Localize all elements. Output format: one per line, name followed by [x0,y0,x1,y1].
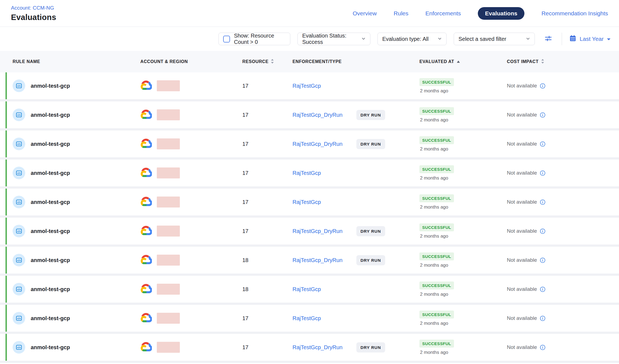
svg-text:</>: </> [17,288,21,291]
info-icon[interactable] [540,112,546,118]
evaluated-time: 2 months ago [420,117,448,123]
saved-filter-dropdown[interactable]: Select a saved filter [454,33,535,45]
account-breadcrumb-link[interactable]: Account: CCM-NG [11,5,56,11]
gcp-logo-icon [140,139,152,149]
column-header-resource[interactable]: RESOURCE [242,59,293,65]
redacted-account-id [157,197,180,207]
nav-item-recommendation-insights[interactable]: Recommendation Insights [541,10,608,17]
cost-impact-cell: Not available [507,344,619,350]
filter-settings-button[interactable] [542,33,555,45]
evaluated-time: 2 months ago [420,350,448,355]
column-header-enforcement-type: ENFORCEMENT/TYPE [293,59,419,64]
redacted-account-id [157,342,180,353]
info-icon[interactable] [540,286,546,292]
resource-count: 17 [242,344,293,351]
enforcement-link[interactable]: RajTestGcp [293,170,321,176]
table-row[interactable]: </> anmol-test-gcp 17 RajTest [0,160,619,186]
enforcement-link[interactable]: RajTestGcp [293,315,321,322]
rule-name: anmol-test-gcp [31,170,70,176]
info-icon[interactable] [540,315,546,321]
rule-name: anmol-test-gcp [31,228,70,234]
table-row[interactable]: </> anmol-test-gcp 17 RajTest [0,101,619,128]
resource-count: 18 [242,286,293,292]
info-icon[interactable] [540,199,546,205]
redacted-account-id [157,138,180,149]
row-divider [0,303,619,305]
evaluated-time: 2 months ago [420,88,448,94]
info-icon[interactable] [540,170,546,176]
table-row[interactable]: </> anmol-test-gcp 17 RajTest [0,72,619,99]
nav-item-enforcements[interactable]: Enforcements [425,10,461,17]
redacted-account-id [157,109,180,120]
table-row[interactable]: </> anmol-test-gcp 17 RajTest [0,130,619,157]
evaluation-status-dropdown[interactable]: Evaluation Status: Success [297,33,370,45]
evaluated-at-cell: SUCCESSFUL 2 months ago [419,223,507,239]
info-icon[interactable] [540,141,546,147]
enforcement-link[interactable]: RajTestGcp [293,286,321,292]
status-badge: SUCCESSFUL [419,165,454,173]
table-row[interactable]: </> anmol-test-gcp 17 RajTest [0,218,619,244]
evaluation-type-dropdown[interactable]: Evaluation type: All [377,33,447,45]
title-block: Account: CCM-NG Evaluations [11,5,56,22]
sort-asc-icon[interactable] [457,59,460,64]
enforcement-link[interactable]: RajTestGcp_DryRun [293,344,342,351]
redacted-account-id [157,226,180,237]
evaluated-time: 2 months ago [420,204,448,210]
resource-count-checkbox[interactable] [223,36,230,42]
nav-item-rules[interactable]: Rules [394,10,408,17]
evaluated-time: 2 months ago [420,146,448,152]
enforcement-link[interactable]: RajTestGcp [293,83,321,89]
status-badge: SUCCESSFUL [419,311,454,318]
info-icon[interactable] [540,83,546,89]
column-header-account-region: ACCOUNT & REGION [140,59,242,64]
nav-item-evaluations[interactable]: Evaluations [478,7,524,20]
status-badge: SUCCESSFUL [419,107,454,115]
column-header-cost-impact[interactable]: COST IMPACT [507,59,619,65]
enforcement-link[interactable]: RajTestGcp_DryRun [293,141,342,147]
svg-text:</>: </> [17,317,21,320]
show-resource-count-filter[interactable]: Show: Resource Count > 0 [218,33,290,45]
rule-icon: </> [13,167,25,179]
nav-item-overview[interactable]: Overview [353,10,377,17]
gcp-logo-icon [140,284,152,294]
info-icon[interactable] [540,345,546,350]
enforcement-link[interactable]: RajTestGcp_DryRun [293,228,342,234]
info-icon[interactable] [540,228,546,234]
status-badge: SUCCESSFUL [419,340,454,348]
evaluated-at-cell: SUCCESSFUL 2 months ago [419,252,507,268]
date-range-picker[interactable]: Last Year [569,35,611,43]
evaluation-type-value: Evaluation type: All [382,36,428,42]
gcp-logo-icon [140,313,152,323]
table-row[interactable]: </> anmol-test-gcp 17 RajTest [0,334,619,361]
column-header-evaluated-at[interactable]: EVALUATED AT [419,59,507,64]
filter-bar: Show: Resource Count > 0 Evaluation Stat… [0,27,619,51]
enforcement-link[interactable]: RajTestGcp_DryRun [293,112,342,118]
row-divider [0,244,619,247]
sort-icon[interactable] [271,59,274,65]
table-row[interactable]: </> anmol-test-gcp 18 RajTest [0,276,619,303]
svg-text:</>: </> [17,172,21,175]
account-region-cell [140,197,242,207]
rule-name-cell: </> anmol-test-gcp [13,138,140,150]
page-title: Evaluations [11,13,56,22]
chevron-down-icon [438,36,442,42]
table-row[interactable]: </> anmol-test-gcp 17 RajTest [0,189,619,215]
status-badge: SUCCESSFUL [419,136,454,144]
account-region-cell [140,109,242,120]
cost-impact-value: Not available [507,257,537,263]
table-row[interactable]: </> anmol-test-gcp 17 RajTest [0,305,619,332]
enforcement-link[interactable]: RajTestGcp [293,199,321,205]
svg-text:</>: </> [17,143,21,146]
evaluated-at-cell: SUCCESSFUL 2 months ago [419,136,507,152]
account-region-cell [140,342,242,353]
sort-icon[interactable] [541,59,544,65]
account-region-cell [140,167,242,178]
svg-text:</>: </> [17,114,21,116]
info-icon[interactable] [540,257,546,263]
table-row[interactable]: </> anmol-test-gcp 18 RajTest [0,247,619,274]
enforcement-cell: RajTestGcp_DryRun DRY RUN [293,218,419,244]
evaluated-at-cell: SUCCESSFUL 2 months ago [419,281,507,297]
rule-icon: </> [13,79,25,92]
svg-text:</>: </> [17,346,21,349]
enforcement-link[interactable]: RajTestGcp_DryRun [293,257,342,263]
